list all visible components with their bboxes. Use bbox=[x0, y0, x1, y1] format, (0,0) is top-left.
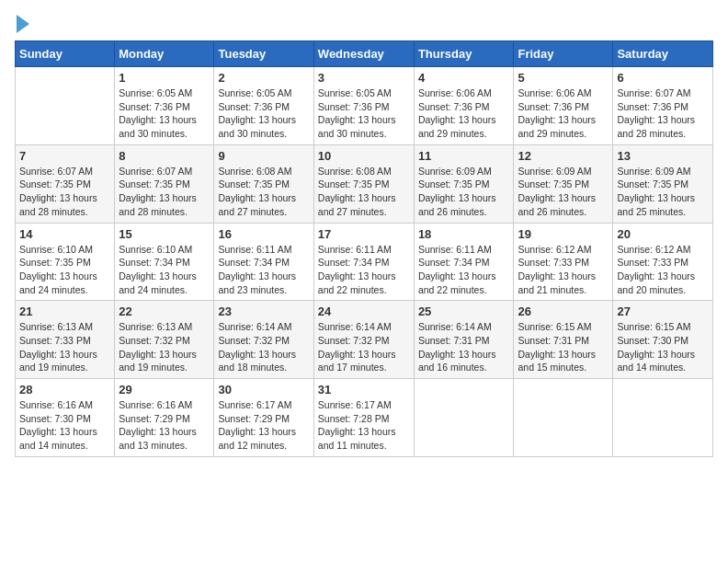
cell-info: Sunrise: 6:07 AMSunset: 7:36 PMDaylight:… bbox=[617, 86, 709, 141]
cell-info: Sunrise: 6:08 AMSunset: 7:35 PMDaylight:… bbox=[218, 165, 309, 219]
table-row: 30Sunrise: 6:17 AMSunset: 7:29 PMDayligh… bbox=[214, 379, 313, 457]
day-number: 3 bbox=[318, 71, 410, 85]
cell-info: Sunrise: 6:16 AMSunset: 7:29 PMDaylight:… bbox=[119, 398, 210, 453]
table-row: 25Sunrise: 6:14 AMSunset: 7:31 PMDayligh… bbox=[414, 301, 514, 379]
cell-info: Sunrise: 6:06 AMSunset: 7:36 PMDaylight:… bbox=[418, 86, 510, 141]
table-row: 31Sunrise: 6:17 AMSunset: 7:28 PMDayligh… bbox=[313, 379, 414, 457]
day-number: 21 bbox=[19, 304, 110, 318]
cell-info: Sunrise: 6:16 AMSunset: 7:30 PMDaylight:… bbox=[19, 398, 110, 453]
cell-info: Sunrise: 6:13 AMSunset: 7:33 PMDaylight:… bbox=[19, 320, 110, 374]
table-row: 27Sunrise: 6:15 AMSunset: 7:30 PMDayligh… bbox=[613, 301, 713, 379]
table-row: 6Sunrise: 6:07 AMSunset: 7:36 PMDaylight… bbox=[613, 67, 713, 145]
table-row: 2Sunrise: 6:05 AMSunset: 7:36 PMDaylight… bbox=[214, 67, 313, 145]
table-row: 14Sunrise: 6:10 AMSunset: 7:35 PMDayligh… bbox=[16, 223, 115, 301]
day-number: 24 bbox=[318, 304, 410, 318]
day-number: 20 bbox=[617, 227, 709, 241]
day-number: 30 bbox=[218, 383, 309, 396]
day-number: 9 bbox=[218, 149, 309, 163]
table-row: 22Sunrise: 6:13 AMSunset: 7:32 PMDayligh… bbox=[115, 301, 214, 379]
weekday-header-monday: Monday bbox=[115, 41, 214, 67]
table-row: 18Sunrise: 6:11 AMSunset: 7:34 PMDayligh… bbox=[414, 223, 514, 301]
day-number: 31 bbox=[318, 383, 410, 396]
table-row: 13Sunrise: 6:09 AMSunset: 7:35 PMDayligh… bbox=[613, 144, 713, 223]
table-row: 21Sunrise: 6:13 AMSunset: 7:33 PMDayligh… bbox=[16, 301, 115, 379]
day-number: 15 bbox=[119, 227, 210, 241]
table-row: 11Sunrise: 6:09 AMSunset: 7:35 PMDayligh… bbox=[414, 144, 514, 223]
table-row: 29Sunrise: 6:16 AMSunset: 7:29 PMDayligh… bbox=[115, 379, 214, 457]
day-number: 1 bbox=[119, 71, 210, 85]
cell-info: Sunrise: 6:11 AMSunset: 7:34 PMDaylight:… bbox=[318, 243, 410, 297]
day-number: 28 bbox=[19, 383, 110, 396]
table-row: 10Sunrise: 6:08 AMSunset: 7:35 PMDayligh… bbox=[313, 144, 414, 223]
day-number: 14 bbox=[19, 227, 110, 241]
table-row bbox=[613, 379, 713, 457]
weekday-header-friday: Friday bbox=[514, 41, 613, 67]
cell-info: Sunrise: 6:14 AMSunset: 7:31 PMDaylight:… bbox=[418, 320, 510, 374]
day-number: 25 bbox=[418, 304, 510, 318]
logo bbox=[15, 15, 29, 33]
table-row: 24Sunrise: 6:14 AMSunset: 7:32 PMDayligh… bbox=[313, 301, 414, 379]
cell-info: Sunrise: 6:09 AMSunset: 7:35 PMDaylight:… bbox=[418, 165, 510, 219]
table-row: 1Sunrise: 6:05 AMSunset: 7:36 PMDaylight… bbox=[115, 67, 214, 145]
weekday-header-saturday: Saturday bbox=[613, 41, 713, 67]
table-row: 26Sunrise: 6:15 AMSunset: 7:31 PMDayligh… bbox=[514, 301, 613, 379]
weekday-header-wednesday: Wednesday bbox=[313, 41, 414, 67]
day-number: 13 bbox=[617, 149, 709, 163]
table-row bbox=[414, 379, 514, 457]
day-number: 17 bbox=[318, 227, 410, 241]
cell-info: Sunrise: 6:10 AMSunset: 7:34 PMDaylight:… bbox=[119, 243, 210, 297]
weekday-header-thursday: Thursday bbox=[414, 41, 514, 67]
cell-info: Sunrise: 6:15 AMSunset: 7:31 PMDaylight:… bbox=[518, 320, 609, 374]
day-number: 4 bbox=[418, 71, 510, 85]
table-row: 19Sunrise: 6:12 AMSunset: 7:33 PMDayligh… bbox=[514, 223, 613, 301]
cell-info: Sunrise: 6:12 AMSunset: 7:33 PMDaylight:… bbox=[518, 243, 609, 297]
cell-info: Sunrise: 6:13 AMSunset: 7:32 PMDaylight:… bbox=[119, 320, 210, 374]
logo-arrow-icon bbox=[17, 15, 29, 33]
table-row: 12Sunrise: 6:09 AMSunset: 7:35 PMDayligh… bbox=[514, 144, 613, 223]
cell-info: Sunrise: 6:07 AMSunset: 7:35 PMDaylight:… bbox=[19, 165, 110, 219]
cell-info: Sunrise: 6:05 AMSunset: 7:36 PMDaylight:… bbox=[218, 86, 309, 141]
table-row: 5Sunrise: 6:06 AMSunset: 7:36 PMDaylight… bbox=[514, 67, 613, 145]
cell-info: Sunrise: 6:06 AMSunset: 7:36 PMDaylight:… bbox=[518, 86, 609, 141]
table-row bbox=[514, 379, 613, 457]
cell-info: Sunrise: 6:09 AMSunset: 7:35 PMDaylight:… bbox=[617, 165, 709, 219]
weekday-header-sunday: Sunday bbox=[16, 41, 115, 67]
calendar-table: SundayMondayTuesdayWednesdayThursdayFrid… bbox=[15, 40, 713, 457]
cell-info: Sunrise: 6:12 AMSunset: 7:33 PMDaylight:… bbox=[617, 243, 709, 297]
cell-info: Sunrise: 6:07 AMSunset: 7:35 PMDaylight:… bbox=[119, 165, 210, 219]
cell-info: Sunrise: 6:17 AMSunset: 7:29 PMDaylight:… bbox=[218, 398, 309, 453]
day-number: 19 bbox=[518, 227, 609, 241]
table-row: 23Sunrise: 6:14 AMSunset: 7:32 PMDayligh… bbox=[214, 301, 313, 379]
day-number: 12 bbox=[518, 149, 609, 163]
day-number: 11 bbox=[418, 149, 510, 163]
day-number: 5 bbox=[518, 71, 609, 85]
table-row: 28Sunrise: 6:16 AMSunset: 7:30 PMDayligh… bbox=[16, 379, 115, 457]
day-number: 23 bbox=[218, 304, 309, 318]
table-row bbox=[16, 67, 115, 145]
day-number: 8 bbox=[119, 149, 210, 163]
day-number: 26 bbox=[518, 304, 609, 318]
cell-info: Sunrise: 6:17 AMSunset: 7:28 PMDaylight:… bbox=[318, 398, 410, 453]
table-row: 9Sunrise: 6:08 AMSunset: 7:35 PMDaylight… bbox=[214, 144, 313, 223]
table-row: 15Sunrise: 6:10 AMSunset: 7:34 PMDayligh… bbox=[115, 223, 214, 301]
cell-info: Sunrise: 6:05 AMSunset: 7:36 PMDaylight:… bbox=[119, 86, 210, 141]
table-row: 3Sunrise: 6:05 AMSunset: 7:36 PMDaylight… bbox=[313, 67, 414, 145]
cell-info: Sunrise: 6:09 AMSunset: 7:35 PMDaylight:… bbox=[518, 165, 609, 219]
cell-info: Sunrise: 6:15 AMSunset: 7:30 PMDaylight:… bbox=[617, 320, 709, 374]
table-row: 8Sunrise: 6:07 AMSunset: 7:35 PMDaylight… bbox=[115, 144, 214, 223]
table-row: 7Sunrise: 6:07 AMSunset: 7:35 PMDaylight… bbox=[16, 144, 115, 223]
day-number: 27 bbox=[617, 304, 709, 318]
day-number: 29 bbox=[119, 383, 210, 396]
cell-info: Sunrise: 6:11 AMSunset: 7:34 PMDaylight:… bbox=[218, 243, 309, 297]
day-number: 16 bbox=[218, 227, 309, 241]
day-number: 2 bbox=[218, 71, 309, 85]
cell-info: Sunrise: 6:11 AMSunset: 7:34 PMDaylight:… bbox=[418, 243, 510, 297]
weekday-header-tuesday: Tuesday bbox=[214, 41, 313, 67]
cell-info: Sunrise: 6:14 AMSunset: 7:32 PMDaylight:… bbox=[318, 320, 410, 374]
day-number: 6 bbox=[617, 71, 709, 85]
day-number: 18 bbox=[418, 227, 510, 241]
table-row: 16Sunrise: 6:11 AMSunset: 7:34 PMDayligh… bbox=[214, 223, 313, 301]
cell-info: Sunrise: 6:14 AMSunset: 7:32 PMDaylight:… bbox=[218, 320, 309, 374]
day-number: 22 bbox=[119, 304, 210, 318]
day-number: 7 bbox=[19, 149, 110, 163]
